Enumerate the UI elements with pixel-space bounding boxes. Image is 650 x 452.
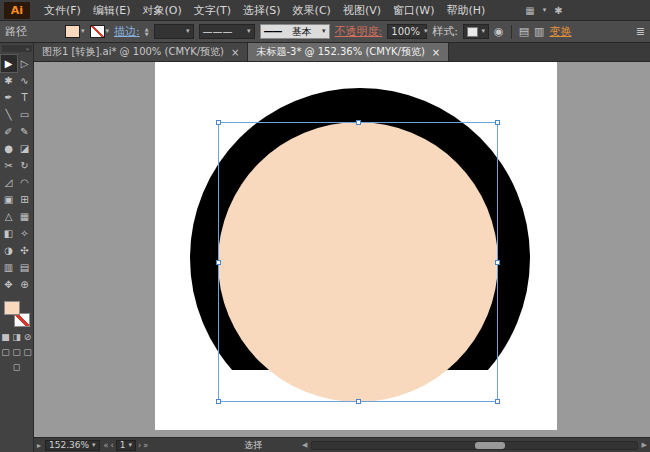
- blob-brush-tool[interactable]: ●: [1, 140, 17, 157]
- panel-menu-icon[interactable]: ≣: [636, 25, 645, 38]
- menu-item[interactable]: 选择(S): [237, 3, 287, 18]
- type-tool[interactable]: T: [17, 89, 33, 106]
- stepper-down-icon[interactable]: ▼: [145, 32, 149, 37]
- column-graph-tool[interactable]: ▥: [1, 259, 17, 276]
- selection-handle[interactable]: [495, 120, 500, 125]
- stroke-weight-stepper[interactable]: ▲ ▼: [145, 27, 149, 37]
- pen-tool[interactable]: ✒: [1, 89, 17, 106]
- status-bar: ▸ 152.36% ▾ « ‹ 1 ▾ › » 选择 ◀: [34, 437, 650, 452]
- stroke-panel-link[interactable]: 描边:: [114, 24, 140, 39]
- artboard-prev-button[interactable]: ‹: [110, 441, 113, 450]
- menu-item[interactable]: 对象(O): [136, 3, 187, 18]
- selection-tool[interactable]: ▶: [1, 55, 17, 72]
- canvas[interactable]: [34, 62, 650, 437]
- perspective-grid-tool[interactable]: △: [1, 208, 17, 225]
- style-label: 样式:: [432, 24, 458, 39]
- menu-item[interactable]: 文字(T): [188, 3, 237, 18]
- color-button[interactable]: ■: [1, 332, 10, 342]
- context-label: 路径: [5, 24, 27, 39]
- application-bar-icons: ▦ ▾ ✱: [525, 5, 562, 16]
- pencil-tool[interactable]: ✎: [17, 123, 33, 140]
- style-swatch: [467, 27, 477, 37]
- menu-item[interactable]: 编辑(E): [87, 3, 137, 18]
- menu-item[interactable]: 效果(C): [287, 3, 337, 18]
- screen-mode-button[interactable]: ◻: [12, 362, 21, 372]
- rectangle-tool[interactable]: ▭: [17, 106, 33, 123]
- paintbrush-tool[interactable]: ✐: [1, 123, 17, 140]
- toolbar-collapse-icon[interactable]: »: [2, 45, 32, 52]
- gradient-tool[interactable]: ◧: [1, 225, 17, 242]
- symbol-sprayer-tool[interactable]: ✣: [17, 242, 33, 259]
- eraser-tool[interactable]: ◪: [17, 140, 33, 157]
- workspace-icon[interactable]: ✱: [554, 5, 562, 16]
- gradient-button[interactable]: ◨: [12, 332, 21, 342]
- style-select[interactable]: ▾: [463, 24, 489, 39]
- fill-stroke-indicator[interactable]: [4, 301, 30, 327]
- hand-tool[interactable]: ✥: [1, 276, 17, 293]
- selection-handle[interactable]: [216, 120, 221, 125]
- align-icon[interactable]: ▤: [519, 25, 529, 38]
- draw-normal-button[interactable]: ▢: [1, 347, 10, 357]
- selection-handle[interactable]: [356, 399, 361, 404]
- fill-indicator[interactable]: [4, 301, 20, 315]
- width-profile-preview: ———: [203, 26, 233, 37]
- artboard-next-button[interactable]: ›: [138, 441, 141, 450]
- selection-handle[interactable]: [216, 399, 221, 404]
- free-transform-tool[interactable]: ▣: [1, 191, 17, 208]
- eyedropper-tool[interactable]: ✧: [17, 225, 33, 242]
- horizontal-scrollbar[interactable]: [311, 441, 637, 450]
- artboard-first-button[interactable]: «: [104, 441, 109, 450]
- draw-behind-button[interactable]: ▢: [12, 347, 21, 357]
- transform-panel-link[interactable]: 变换: [549, 24, 571, 39]
- menu-item[interactable]: 视图(V): [337, 3, 387, 18]
- document-tab[interactable]: 未标题-3* @ 152.36% (CMYK/预览) ×: [248, 43, 449, 61]
- rotate-tool[interactable]: ↻: [17, 157, 33, 174]
- opacity-panel-link[interactable]: 不透明度:: [335, 24, 383, 39]
- artboard-tool[interactable]: ▤: [17, 259, 33, 276]
- selection-handle[interactable]: [356, 120, 361, 125]
- none-button[interactable]: ⊘: [23, 332, 32, 342]
- recolor-artwork-icon[interactable]: ◉: [494, 25, 504, 38]
- status-menu-icon[interactable]: ▸: [37, 441, 41, 450]
- line-segment-tool[interactable]: ╲: [1, 106, 17, 123]
- magic-wand-tool[interactable]: ✱: [1, 72, 17, 89]
- zoom-tool[interactable]: ⊕: [17, 276, 33, 293]
- menu-item[interactable]: 窗口(W): [387, 3, 440, 18]
- lasso-tool[interactable]: ∿: [17, 72, 33, 89]
- draw-inside-button[interactable]: ▢: [23, 347, 32, 357]
- blend-tool[interactable]: ◑: [1, 242, 17, 259]
- mesh-tool[interactable]: ▦: [17, 208, 33, 225]
- scale-tool[interactable]: ◿: [1, 174, 17, 191]
- zoom-level-select[interactable]: 152.36% ▾: [45, 440, 100, 451]
- width-tool[interactable]: ◠: [17, 174, 33, 191]
- menu-item[interactable]: 文件(F): [38, 3, 87, 18]
- arrange-documents-icon[interactable]: ▦: [525, 5, 534, 16]
- distribute-icon[interactable]: ▥: [534, 25, 544, 38]
- opacity-select[interactable]: 100% ▾: [387, 24, 427, 39]
- stroke-color-swatch[interactable]: ▾: [90, 25, 110, 38]
- tool-grid: ▶▷✱∿✒T╲▭✐✎●◪✂↻◿◠▣⊞△▦◧✧◑✣▥▤✥⊕: [1, 55, 33, 293]
- selection-handle[interactable]: [495, 399, 500, 404]
- scissors-tool[interactable]: ✂: [1, 157, 17, 174]
- artboard-last-button[interactable]: »: [143, 441, 148, 450]
- width-profile-select[interactable]: ——— ▾: [199, 24, 255, 39]
- menu-item[interactable]: 帮助(H): [440, 3, 491, 18]
- caret-down-icon: ▾: [322, 28, 326, 35]
- shape-builder-tool[interactable]: ⊞: [17, 191, 33, 208]
- app-logo-icon: Ai: [4, 2, 30, 19]
- selection-handle[interactable]: [216, 260, 221, 265]
- tab-close-icon[interactable]: ×: [432, 47, 440, 58]
- direct-selection-tool[interactable]: ▷: [17, 55, 33, 72]
- arrange-documents-caret-icon[interactable]: ▾: [543, 7, 547, 14]
- scroll-left-button[interactable]: ◀: [302, 441, 307, 449]
- brush-definition-select[interactable]: —— 基本 ▾: [260, 24, 330, 39]
- scroll-right-button[interactable]: ▶: [642, 441, 647, 449]
- artboard-number-select[interactable]: 1 ▾: [116, 440, 136, 451]
- stroke-weight-select[interactable]: ▾: [154, 24, 194, 39]
- selection-handle[interactable]: [495, 260, 500, 265]
- document-tab[interactable]: 图形1 [转换].ai* @ 100% (CMYK/预览) ×: [34, 43, 248, 61]
- tab-close-icon[interactable]: ×: [231, 47, 239, 58]
- fill-color-swatch[interactable]: ▾: [65, 25, 85, 38]
- scrollbar-thumb[interactable]: [475, 442, 505, 449]
- stroke-indicator[interactable]: [14, 313, 30, 327]
